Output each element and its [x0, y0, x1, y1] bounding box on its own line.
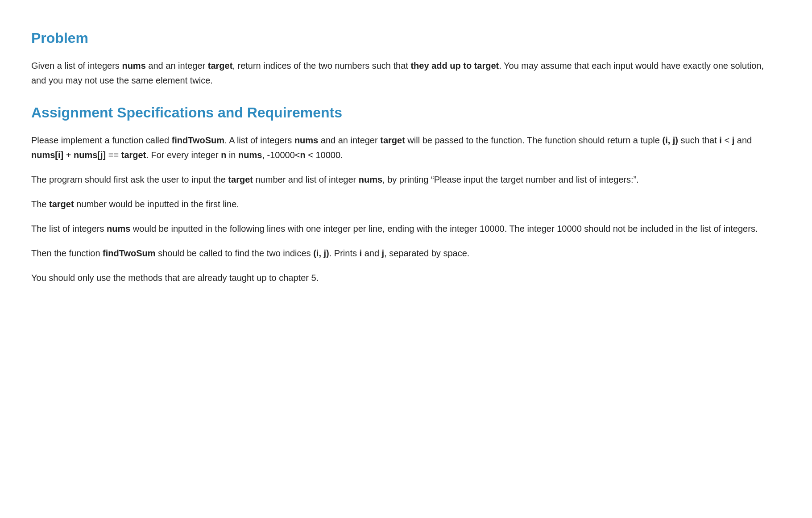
findtwosum-func-2: findTwoSum	[103, 248, 156, 258]
assignment-paragraph-1: Please implement a function called findT…	[31, 133, 781, 163]
problem-description: Given a list of integers nums and an int…	[31, 58, 781, 88]
assignment-heading: Assignment Specifications and Requiremen…	[31, 101, 781, 124]
j-bold-2: j	[382, 248, 385, 258]
numsj-bold: nums[j]	[74, 150, 106, 160]
nums-bold-1: nums	[122, 61, 145, 71]
assignment-paragraph-4: The list of integers nums would be input…	[31, 221, 781, 236]
target-bold-2: target	[380, 135, 405, 145]
add-up-bold: they add up to target	[410, 61, 499, 71]
nums-bold-5: nums	[107, 224, 130, 234]
numsi-bold: nums[i]	[31, 150, 63, 160]
assignment-paragraph-2: The program should first ask the user to…	[31, 172, 781, 187]
nums-bold-4: nums	[359, 175, 382, 184]
assignment-paragraph-3: The target number would be inputted in t…	[31, 197, 781, 212]
n-bold: n	[221, 150, 226, 160]
target-bold-3: target	[121, 150, 146, 160]
i-bold-2: i	[360, 248, 362, 258]
assignment-paragraph-5: Then the function findTwoSum should be c…	[31, 246, 781, 261]
tuple-ij: (i, j)	[662, 135, 678, 145]
j-bold: j	[732, 135, 735, 145]
target-bold-4: target	[228, 175, 253, 184]
assignment-paragraph-6: You should only use the methods that are…	[31, 271, 781, 285]
problem-heading: Problem	[31, 27, 781, 50]
target-bold-1: target	[208, 61, 233, 71]
target-bold-5: target	[49, 199, 74, 209]
n-bold-2: n	[300, 150, 305, 160]
findtwosum-func-1: findTwoSum	[172, 135, 225, 145]
tuple-ij-2: (i, j)	[313, 248, 329, 258]
i-bold: i	[719, 135, 722, 145]
nums-bold-2: nums	[294, 135, 318, 145]
nums-bold-3: nums	[238, 150, 262, 160]
